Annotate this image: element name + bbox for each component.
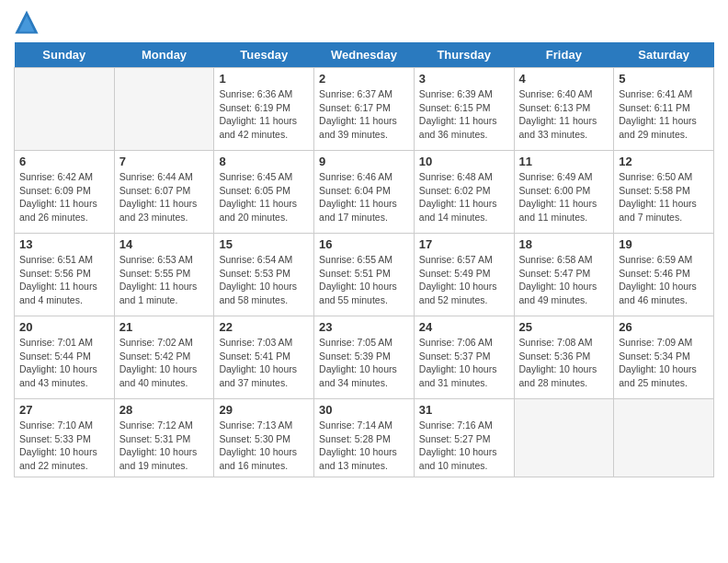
calendar-cell: 14Sunrise: 6:53 AM Sunset: 5:55 PM Dayli…	[114, 234, 214, 316]
day-info: Sunrise: 7:03 AM Sunset: 5:41 PM Dayligh…	[219, 336, 309, 390]
day-info: Sunrise: 7:09 AM Sunset: 5:34 PM Dayligh…	[619, 336, 709, 390]
calendar-cell: 22Sunrise: 7:03 AM Sunset: 5:41 PM Dayli…	[214, 316, 314, 399]
day-number: 11	[519, 155, 609, 168]
day-info: Sunrise: 6:51 AM Sunset: 5:56 PM Dayligh…	[19, 253, 109, 307]
day-number: 14	[119, 237, 210, 251]
header-friday: Friday	[514, 42, 614, 68]
day-info: Sunrise: 6:44 AM Sunset: 6:07 PM Dayligh…	[119, 170, 210, 224]
calendar-cell: 20Sunrise: 7:01 AM Sunset: 5:44 PM Dayli…	[15, 316, 115, 399]
calendar-table: Sunday Monday Tuesday Wednesday Thursday…	[14, 42, 714, 477]
day-info: Sunrise: 6:37 AM Sunset: 6:17 PM Dayligh…	[319, 87, 409, 142]
calendar-cell	[114, 68, 214, 151]
day-info: Sunrise: 6:36 AM Sunset: 6:19 PM Dayligh…	[219, 87, 309, 142]
day-info: Sunrise: 6:48 AM Sunset: 6:02 PM Dayligh…	[419, 170, 509, 224]
header-thursday: Thursday	[414, 42, 514, 68]
day-info: Sunrise: 6:41 AM Sunset: 6:11 PM Dayligh…	[619, 87, 709, 142]
header-monday: Monday	[114, 42, 214, 68]
day-info: Sunrise: 7:16 AM Sunset: 5:27 PM Dayligh…	[419, 419, 509, 473]
day-number: 22	[219, 320, 309, 334]
calendar-cell: 25Sunrise: 7:08 AM Sunset: 5:36 PM Dayli…	[514, 316, 614, 399]
calendar-cell: 3Sunrise: 6:39 AM Sunset: 6:15 PM Daylig…	[414, 68, 514, 151]
day-number: 18	[519, 237, 609, 251]
calendar-cell: 10Sunrise: 6:48 AM Sunset: 6:02 PM Dayli…	[414, 151, 514, 234]
calendar-cell: 31Sunrise: 7:16 AM Sunset: 5:27 PM Dayli…	[414, 399, 514, 477]
day-number: 6	[19, 155, 109, 168]
calendar-body: 1Sunrise: 6:36 AM Sunset: 6:19 PM Daylig…	[15, 68, 714, 477]
week-row-5: 27Sunrise: 7:10 AM Sunset: 5:33 PM Dayli…	[15, 399, 714, 477]
day-info: Sunrise: 7:14 AM Sunset: 5:28 PM Dayligh…	[319, 419, 409, 473]
logo-icon	[14, 9, 40, 35]
day-number: 5	[619, 72, 709, 86]
page: Sunday Monday Tuesday Wednesday Thursday…	[0, 0, 728, 487]
calendar-cell: 23Sunrise: 7:05 AM Sunset: 5:39 PM Dayli…	[314, 316, 415, 399]
day-number: 8	[219, 155, 309, 168]
day-info: Sunrise: 6:40 AM Sunset: 6:13 PM Dayligh…	[519, 87, 609, 142]
day-number: 30	[319, 403, 409, 417]
day-info: Sunrise: 6:55 AM Sunset: 5:51 PM Dayligh…	[319, 253, 409, 307]
day-number: 17	[419, 237, 509, 251]
day-number: 19	[619, 237, 709, 251]
day-info: Sunrise: 6:50 AM Sunset: 5:58 PM Dayligh…	[619, 170, 709, 224]
header-saturday: Saturday	[614, 42, 714, 68]
day-number: 9	[319, 155, 409, 168]
calendar-cell: 26Sunrise: 7:09 AM Sunset: 5:34 PM Dayli…	[614, 316, 714, 399]
day-info: Sunrise: 6:54 AM Sunset: 5:53 PM Dayligh…	[219, 253, 309, 307]
day-number: 26	[619, 320, 709, 334]
calendar-cell: 28Sunrise: 7:12 AM Sunset: 5:31 PM Dayli…	[114, 399, 214, 477]
day-number: 28	[119, 403, 210, 417]
day-number: 13	[19, 237, 109, 251]
calendar-cell: 29Sunrise: 7:13 AM Sunset: 5:30 PM Dayli…	[214, 399, 314, 477]
day-info: Sunrise: 6:59 AM Sunset: 5:46 PM Dayligh…	[619, 253, 709, 307]
calendar-cell: 16Sunrise: 6:55 AM Sunset: 5:51 PM Dayli…	[314, 234, 415, 316]
day-info: Sunrise: 7:08 AM Sunset: 5:36 PM Dayligh…	[519, 336, 609, 390]
calendar-cell: 19Sunrise: 6:59 AM Sunset: 5:46 PM Dayli…	[614, 234, 714, 316]
calendar-cell: 11Sunrise: 6:49 AM Sunset: 6:00 PM Dayli…	[514, 151, 614, 234]
day-number: 7	[119, 155, 210, 168]
day-info: Sunrise: 6:58 AM Sunset: 5:47 PM Dayligh…	[519, 253, 609, 307]
day-number: 25	[519, 320, 609, 334]
calendar-cell: 9Sunrise: 6:46 AM Sunset: 6:04 PM Daylig…	[314, 151, 415, 234]
day-number: 4	[519, 72, 609, 86]
day-number: 16	[319, 237, 409, 251]
header-wednesday: Wednesday	[314, 42, 415, 68]
calendar-cell: 30Sunrise: 7:14 AM Sunset: 5:28 PM Dayli…	[314, 399, 415, 477]
day-info: Sunrise: 6:46 AM Sunset: 6:04 PM Dayligh…	[319, 170, 409, 224]
day-info: Sunrise: 6:53 AM Sunset: 5:55 PM Dayligh…	[119, 253, 210, 307]
weekday-header-row: Sunday Monday Tuesday Wednesday Thursday…	[15, 42, 714, 68]
day-number: 12	[619, 155, 709, 168]
day-info: Sunrise: 6:57 AM Sunset: 5:49 PM Dayligh…	[419, 253, 509, 307]
day-info: Sunrise: 7:10 AM Sunset: 5:33 PM Dayligh…	[19, 419, 109, 473]
calendar-cell: 13Sunrise: 6:51 AM Sunset: 5:56 PM Dayli…	[15, 234, 115, 316]
week-row-3: 13Sunrise: 6:51 AM Sunset: 5:56 PM Dayli…	[15, 234, 714, 316]
calendar-cell: 17Sunrise: 6:57 AM Sunset: 5:49 PM Dayli…	[414, 234, 514, 316]
calendar-cell: 27Sunrise: 7:10 AM Sunset: 5:33 PM Dayli…	[15, 399, 115, 477]
day-number: 24	[419, 320, 509, 334]
header-sunday: Sunday	[15, 42, 115, 68]
day-number: 15	[219, 237, 309, 251]
calendar-cell: 5Sunrise: 6:41 AM Sunset: 6:11 PM Daylig…	[614, 68, 714, 151]
calendar-cell	[514, 399, 614, 477]
week-row-2: 6Sunrise: 6:42 AM Sunset: 6:09 PM Daylig…	[15, 151, 714, 234]
day-info: Sunrise: 6:39 AM Sunset: 6:15 PM Dayligh…	[419, 87, 509, 142]
day-number: 29	[219, 403, 309, 417]
day-number: 23	[319, 320, 409, 334]
day-info: Sunrise: 7:13 AM Sunset: 5:30 PM Dayligh…	[219, 419, 309, 473]
header-tuesday: Tuesday	[214, 42, 314, 68]
day-info: Sunrise: 6:42 AM Sunset: 6:09 PM Dayligh…	[19, 170, 109, 224]
day-info: Sunrise: 7:06 AM Sunset: 5:37 PM Dayligh…	[419, 336, 509, 390]
calendar-cell	[15, 68, 115, 151]
day-info: Sunrise: 7:02 AM Sunset: 5:42 PM Dayligh…	[119, 336, 210, 390]
calendar-cell: 8Sunrise: 6:45 AM Sunset: 6:05 PM Daylig…	[214, 151, 314, 234]
calendar-cell: 1Sunrise: 6:36 AM Sunset: 6:19 PM Daylig…	[214, 68, 314, 151]
logo	[14, 9, 43, 35]
day-number: 31	[419, 403, 509, 417]
day-number: 27	[19, 403, 109, 417]
calendar-cell: 2Sunrise: 6:37 AM Sunset: 6:17 PM Daylig…	[314, 68, 415, 151]
calendar-cell	[614, 399, 714, 477]
calendar-cell: 6Sunrise: 6:42 AM Sunset: 6:09 PM Daylig…	[15, 151, 115, 234]
day-info: Sunrise: 7:01 AM Sunset: 5:44 PM Dayligh…	[19, 336, 109, 390]
day-info: Sunrise: 6:49 AM Sunset: 6:00 PM Dayligh…	[519, 170, 609, 224]
calendar-cell: 15Sunrise: 6:54 AM Sunset: 5:53 PM Dayli…	[214, 234, 314, 316]
calendar-cell: 12Sunrise: 6:50 AM Sunset: 5:58 PM Dayli…	[614, 151, 714, 234]
calendar-cell: 4Sunrise: 6:40 AM Sunset: 6:13 PM Daylig…	[514, 68, 614, 151]
